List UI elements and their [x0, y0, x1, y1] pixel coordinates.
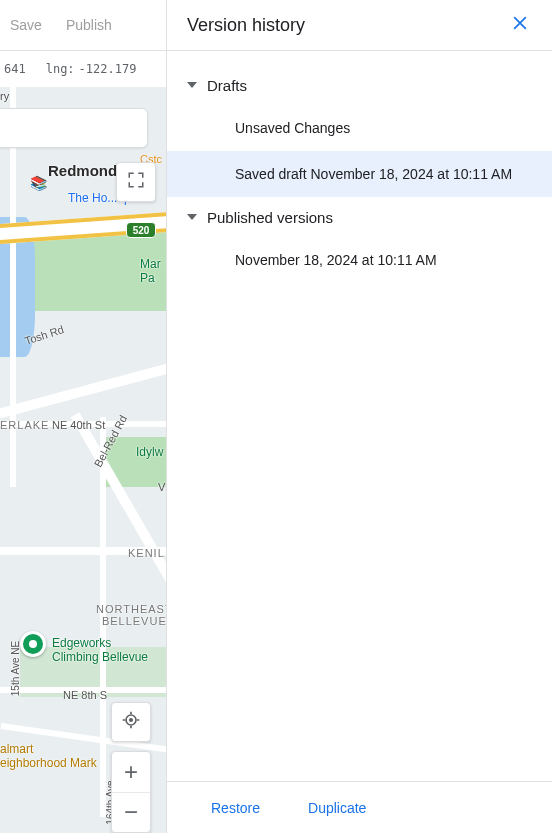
minus-icon: − [124, 798, 138, 826]
chevron-down-icon [187, 214, 197, 220]
version-history-panel: Version history Drafts Unsaved Changes S… [166, 0, 552, 833]
svg-point-1 [130, 719, 133, 722]
map-road [0, 359, 166, 426]
publish-button[interactable]: Publish [66, 17, 112, 33]
map-label-redmond: Redmond [48, 162, 117, 179]
lng-value: -122.179 [79, 62, 137, 76]
map-label-kenil: KENIL [128, 547, 165, 559]
fullscreen-icon [127, 171, 145, 193]
version-item-saved-draft[interactable]: Saved draft November 18, 2024 at 10:11 A… [167, 151, 552, 197]
panel-title: Version history [187, 15, 305, 36]
map-search-input[interactable] [0, 108, 148, 148]
version-item-published[interactable]: November 18, 2024 at 10:11 AM [167, 237, 552, 283]
highway-shield: 520 [126, 222, 156, 238]
lng-label: lng: [46, 62, 75, 76]
map-label-marymoor: Mar Pa [140, 257, 161, 285]
book-icon: 📚 [30, 175, 47, 191]
restore-button[interactable]: Restore [211, 800, 260, 816]
fullscreen-button[interactable] [116, 162, 156, 202]
lat-value: 641 [4, 62, 26, 76]
version-item-unsaved[interactable]: Unsaved Changes [167, 105, 552, 151]
zoom-out-button[interactable]: − [112, 793, 150, 833]
map-label-v: V [158, 481, 165, 493]
save-button[interactable]: Save [10, 17, 42, 33]
zoom-control: + − [111, 751, 151, 833]
my-location-button[interactable] [111, 702, 151, 742]
panel-header: Version history [167, 0, 552, 51]
map-label-n40: NE 40th St [52, 419, 105, 431]
map-label-library: ry [0, 90, 9, 102]
panel-body: Drafts Unsaved Changes Saved draft Novem… [167, 51, 552, 781]
close-button[interactable] [508, 13, 532, 37]
map-label-walmart: almart eighborhood Mark [0, 742, 97, 770]
section-label: Drafts [207, 77, 247, 94]
duplicate-button[interactable]: Duplicate [308, 800, 366, 816]
section-header-published[interactable]: Published versions [167, 197, 552, 237]
zoom-in-button[interactable]: + [112, 752, 150, 793]
map-marker[interactable] [20, 631, 46, 657]
panel-footer: Restore Duplicate [167, 781, 552, 833]
plus-icon: + [124, 758, 138, 786]
close-icon [512, 15, 528, 35]
map-label-edgeworks: Edgeworks Climbing Bellevue [52, 636, 148, 664]
section-header-drafts[interactable]: Drafts [167, 65, 552, 105]
map-label-15th: 15th Ave NE [10, 641, 21, 696]
chevron-down-icon [187, 82, 197, 88]
map-label-northeast-bellevue: NORTHEAST BELLEVUE [96, 603, 166, 627]
crosshair-icon [121, 710, 141, 734]
map-label-idylw: Idylw [136, 445, 163, 459]
map-label-ne8th: NE 8th S [63, 689, 107, 701]
section-label: Published versions [207, 209, 333, 226]
map-label-erlake: ERLAKE [0, 419, 49, 431]
